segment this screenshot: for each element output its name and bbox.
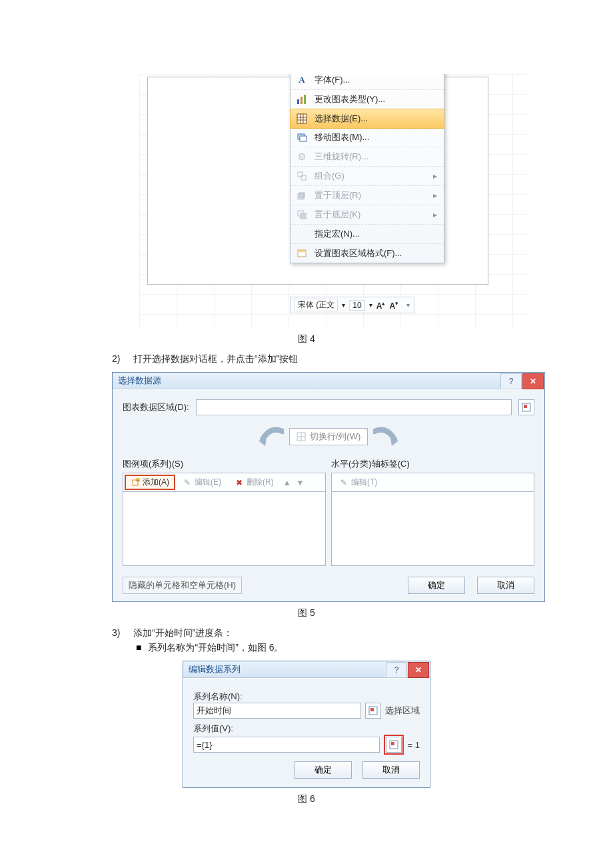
submenu-arrow-icon: ▸ — [433, 171, 437, 181]
dialog-titlebar: 编辑数据系列 ? ✕ — [183, 661, 430, 678]
series-values-input[interactable]: ={1} — [193, 737, 380, 753]
series-name-preview: 选择区域 — [385, 705, 420, 717]
font-icon: A — [296, 74, 308, 86]
move-down-button: ▼ — [295, 475, 306, 490]
table-icon — [296, 113, 308, 125]
axis-listbox[interactable] — [331, 491, 534, 566]
edit-label: 编辑(E) — [195, 477, 221, 488]
step-number: 2) — [112, 353, 131, 364]
step-text: 添加“开始时间”进度条： — [133, 627, 233, 638]
legend-entries-header: 图例项(系列)(S) — [123, 458, 326, 470]
ok-button[interactable]: 确定 — [295, 761, 352, 779]
figure-4: A 字体(F)... 更改图表类型(Y)... 选择数据(E)... 移动图表 — [139, 73, 526, 328]
menu-label: 组合(G) — [314, 170, 426, 182]
series-name-input[interactable]: 开始时间 — [193, 703, 361, 719]
menu-item-group: 组合(G) ▸ — [291, 167, 444, 186]
add-label: 添加(A) — [143, 477, 169, 488]
pencil-icon: ✎ — [339, 478, 348, 487]
bullet-item: 系列名称为“开始时间”，如图 6。 — [136, 642, 581, 654]
svg-text:+: + — [137, 478, 139, 482]
menu-item-assign-macro[interactable]: 指定宏(N)... — [291, 225, 444, 244]
send-back-icon — [296, 209, 308, 221]
menu-label: 指定宏(N)... — [314, 228, 437, 240]
close-button[interactable]: ✕ — [522, 373, 544, 389]
help-button[interactable]: ? — [386, 662, 407, 678]
add-icon: + — [131, 478, 140, 487]
menu-item-send-to-back: 置于底层(K) ▸ — [291, 205, 444, 225]
dialog-title: 编辑数据系列 — [183, 663, 241, 675]
ok-button[interactable]: 确定 — [408, 577, 465, 594]
mini-toolbar: 宋体 (正文▾ 10▾ A▴ A▾ ▾ — [290, 297, 414, 313]
move-chart-icon — [296, 131, 308, 143]
font-size-combo[interactable]: 10 — [349, 300, 364, 311]
help-button[interactable]: ? — [500, 373, 522, 389]
legend-listbox[interactable] — [123, 491, 326, 566]
range-picker-button[interactable] — [518, 399, 534, 415]
menu-item-format-chart-area[interactable]: 设置图表区域格式(F)... — [291, 244, 444, 263]
edit-axis-label: 编辑(T) — [351, 477, 377, 488]
add-series-button[interactable]: + 添加(A) — [125, 475, 175, 490]
submenu-arrow-icon: ▸ — [433, 210, 437, 219]
font-name-combo[interactable]: 宋体 (正文 — [295, 299, 338, 311]
shrink-font-button[interactable]: A▾ — [389, 300, 398, 311]
remove-series-button: ✖ 删除(R) — [229, 475, 280, 490]
edit-axis-button: ✎ 编辑(T) — [333, 475, 383, 490]
pencil-icon: ✎ — [183, 478, 192, 487]
hidden-cells-button[interactable]: 隐藏的单元格和空单元格(H) — [123, 577, 242, 594]
menu-label: 设置图表区域格式(F)... — [314, 247, 437, 259]
switch-label: 切换行/列(W) — [310, 431, 361, 443]
highlighted-range-picker — [384, 735, 404, 755]
menu-label: 置于顶层(R) — [314, 189, 426, 201]
select-data-source-dialog: 选择数据源 ? ✕ 图表数据区域(D): 切换行/列(W) — [112, 372, 545, 602]
menu-label: 置于底层(K) — [314, 209, 426, 221]
cancel-button[interactable]: 取消 — [362, 761, 420, 779]
figure-5-caption: 图 5 — [32, 607, 581, 619]
svg-rect-18 — [298, 250, 306, 252]
series-values-preview: = 1 — [408, 740, 420, 750]
svg-rect-2 — [304, 95, 306, 104]
dialog-title: 选择数据源 — [113, 375, 161, 387]
figure-4-caption: 图 4 — [32, 333, 581, 345]
figure-6-caption: 图 6 — [32, 793, 581, 805]
svg-rect-3 — [297, 114, 306, 123]
format-icon — [296, 247, 308, 259]
group-icon — [296, 170, 308, 182]
menu-item-move-chart[interactable]: 移动图表(M)... — [291, 128, 444, 147]
menu-label: 选择数据(E)... — [314, 113, 437, 125]
submenu-arrow-icon: ▸ — [433, 191, 437, 200]
dialog-titlebar: 选择数据源 ? ✕ — [113, 373, 544, 389]
menu-item-select-data[interactable]: 选择数据(E)... — [290, 109, 444, 129]
chart-range-input[interactable] — [196, 399, 512, 415]
grow-font-button[interactable]: A▴ — [376, 300, 386, 311]
svg-rect-1 — [301, 97, 303, 104]
svg-rect-30 — [370, 708, 374, 711]
series-values-label: 系列值(V): — [193, 723, 420, 735]
range-picker-button[interactable] — [386, 737, 402, 753]
step-text: 打开选择数据对话框，并点击“添加”按钮 — [133, 353, 298, 364]
legend-toolbar: + 添加(A) ✎ 编辑(E) ✖ 删除(R) ▲ ▼ — [123, 473, 326, 492]
switch-row-column-button: 切换行/列(W) — [289, 428, 368, 445]
blank-icon — [296, 228, 308, 240]
menu-item-font[interactable]: A 字体(F)... — [291, 73, 444, 90]
move-up-button: ▲ — [281, 475, 293, 490]
step-number: 3) — [112, 627, 131, 638]
svg-rect-16 — [301, 213, 306, 219]
svg-rect-12 — [301, 175, 306, 180]
edit-data-series-dialog: 编辑数据系列 ? ✕ 系列名称(N): 开始时间 选择区域 系列值(V): — [183, 661, 430, 788]
svg-rect-13 — [299, 193, 305, 198]
svg-rect-0 — [297, 99, 299, 104]
remove-label: 删除(R) — [247, 477, 274, 488]
svg-rect-32 — [391, 742, 394, 745]
bring-front-icon — [296, 189, 308, 201]
x-icon: ✖ — [235, 478, 244, 487]
cancel-button[interactable]: 取消 — [477, 577, 534, 594]
close-button[interactable]: ✕ — [408, 662, 429, 678]
menu-label: 字体(F)... — [314, 74, 437, 86]
svg-rect-20 — [524, 405, 527, 408]
svg-rect-11 — [298, 172, 303, 177]
menu-label: 移动图表(M)... — [314, 131, 437, 143]
series-name-label: 系列名称(N): — [193, 691, 420, 703]
bars-icon — [296, 93, 308, 105]
menu-item-change-chart-type[interactable]: 更改图表类型(Y)... — [291, 90, 444, 109]
range-picker-button[interactable] — [365, 703, 381, 719]
